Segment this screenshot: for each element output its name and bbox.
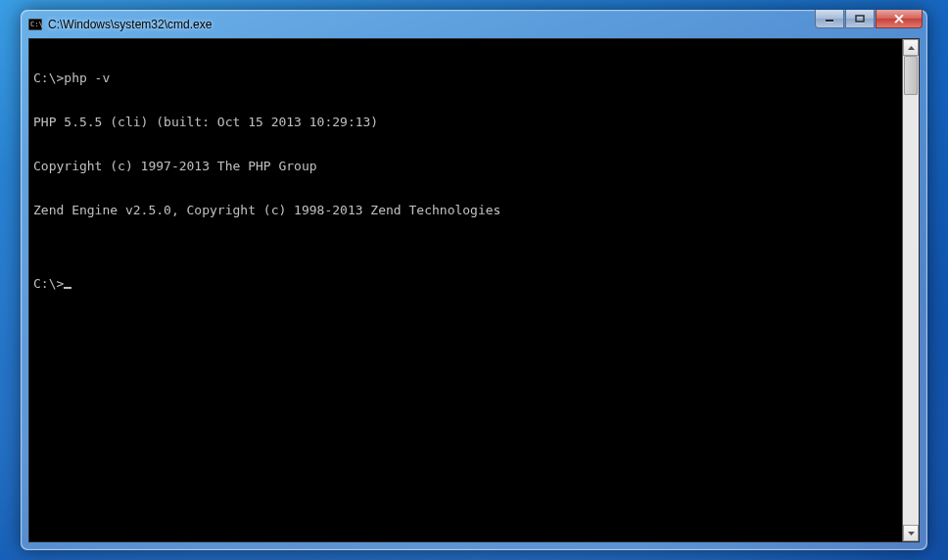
terminal-output[interactable]: C:\>php -v PHP 5.5.5 (cli) (built: Oct 1… [29,39,902,541]
vertical-scrollbar[interactable] [902,39,919,541]
window-controls [815,10,923,28]
cursor-icon [64,287,71,289]
svg-text:C:\: C:\ [30,21,42,28]
prompt-text: C:\> [33,276,64,291]
chevron-up-icon [908,46,915,50]
scroll-down-button[interactable] [903,525,919,541]
scrollbar-track[interactable] [903,56,919,525]
minimize-button[interactable] [815,10,844,28]
client-area: C:\>php -v PHP 5.5.5 (cli) (built: Oct 1… [28,38,920,542]
titlebar[interactable]: C:\ C:\Windows\system32\cmd.exe [22,11,926,38]
cmd-window: C:\ C:\Windows\system32\cmd.exe [21,10,927,550]
close-button[interactable] [876,10,923,28]
scrollbar-thumb[interactable] [904,56,918,95]
svg-rect-2 [826,20,833,22]
terminal-line: Zend Engine v2.5.0, Copyright (c) 1998-2… [33,203,898,217]
maximize-icon [855,15,865,23]
maximize-button[interactable] [845,10,875,28]
minimize-icon [825,15,834,23]
terminal-prompt: C:\> [33,276,898,291]
terminal-line: Copyright (c) 1997-2013 The PHP Group [33,159,898,173]
close-icon [894,15,904,23]
scroll-up-button[interactable] [903,39,919,56]
window-title: C:\Windows\system32\cmd.exe [48,18,921,31]
chevron-down-icon [908,532,915,536]
cmd-icon: C:\ [27,17,43,32]
svg-rect-3 [856,16,864,22]
terminal-line: PHP 5.5.5 (cli) (built: Oct 15 2013 10:2… [33,115,898,129]
terminal-line: C:\>php -v [33,70,898,85]
